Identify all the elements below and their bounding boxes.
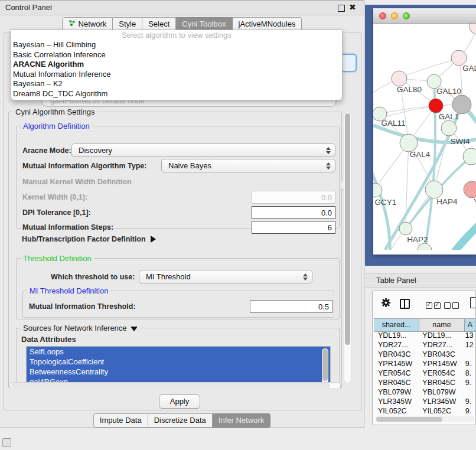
node[interactable] <box>452 95 471 114</box>
which-threshold-combo[interactable]: MI Threshold <box>139 270 312 283</box>
table-row[interactable]: YBL079WYBL079W <box>374 387 475 397</box>
group-title: Threshold Definition <box>21 254 94 263</box>
cell: YPR145W <box>418 359 461 369</box>
network-graph: GAL GAL80 GAL10 GAL1 GAL11 SWI4 GAL4 GCY… <box>373 24 476 250</box>
table-row[interactable]: YLR345WYLR345W9. <box>374 397 475 406</box>
combo-value: Naive Bayes <box>168 161 211 170</box>
new-table-icon[interactable] <box>470 297 476 308</box>
table-row[interactable]: YBR043CYBR043C <box>374 350 475 359</box>
minimize-traffic-light-icon[interactable] <box>391 12 398 19</box>
node-swi4[interactable] <box>441 120 457 136</box>
cell: YDL19... <box>418 331 461 340</box>
node-gal1-selected[interactable] <box>429 99 443 113</box>
expanded-arrow-icon <box>131 327 138 331</box>
mi-algorithm-type-combo[interactable]: Naive Bayes <box>161 159 335 172</box>
dropdown-item-selected[interactable]: ARACNE Algorithm <box>11 60 342 70</box>
combo-arrows-icon <box>326 162 331 169</box>
column-header-name[interactable]: name <box>419 319 465 331</box>
list-item[interactable]: SelfLoops <box>27 347 330 357</box>
table-row[interactable]: YER054CYER054C8. <box>374 369 475 378</box>
mi-threshold-field[interactable]: 0.5 <box>250 300 332 313</box>
dropdown-item[interactable]: Bayesian – K2 <box>11 79 342 89</box>
apply-button[interactable]: Apply <box>159 394 200 409</box>
cyni-algorithm-settings-group: Cyni Algorithm Settings Algorithm Defini… <box>8 112 342 388</box>
close-traffic-light-icon[interactable] <box>379 12 386 19</box>
dropdown-item[interactable]: Bayesian – Hill Climbing <box>11 40 342 50</box>
node[interactable] <box>470 24 476 34</box>
dropdown-placeholder: Select algorithm to view settings <box>11 30 342 40</box>
split-columns-icon[interactable] <box>400 299 410 309</box>
node-y[interactable] <box>464 181 476 198</box>
list-item[interactable]: BetweennessCentrality <box>27 367 330 377</box>
table-settings-gear-icon[interactable] <box>381 298 391 310</box>
table-row[interactable]: YPR145WYPR145W9. <box>374 359 475 369</box>
tab-discretize-data[interactable]: Discretize Data <box>148 413 213 428</box>
data-attributes-label: Data Attributes <box>21 335 76 344</box>
dropdown-item[interactable]: Mutual Information Inference <box>11 70 342 80</box>
kernel-width-label: Kernel Width (0,1): <box>22 193 87 201</box>
cell: YDL19... <box>374 331 418 340</box>
node-hap4[interactable] <box>425 181 443 198</box>
settings-horizontal-scrollbar[interactable] <box>9 382 341 389</box>
kernel-width-field[interactable]: 0.0 <box>252 191 335 204</box>
dpi-tolerance-field[interactable]: 0.0 <box>252 206 335 219</box>
network-icon <box>69 19 76 28</box>
network-window: GAL GAL80 GAL10 GAL1 GAL11 SWI4 GAL4 GCY… <box>373 8 476 255</box>
mi-steps-field[interactable]: 6 <box>252 221 335 234</box>
cell <box>462 387 475 397</box>
list-item[interactable]: TopologicalCoefficient <box>27 357 330 367</box>
table-horizontal-scrollbar[interactable] <box>375 416 474 422</box>
tab-impute-data[interactable]: Impute Data <box>93 413 148 428</box>
algorithm-combo-focus-ring[interactable] <box>340 54 357 72</box>
which-threshold-label: Which threshold to use: <box>51 273 135 281</box>
settings-vertical-scrollbar[interactable] <box>344 112 351 383</box>
dropdown-item[interactable]: Basic Correlation Inference <box>11 50 342 60</box>
scrollbar-thumb[interactable] <box>345 113 350 345</box>
table-panel-titlebar: Table Panel <box>365 273 476 288</box>
deselect-all-columns-icon[interactable] <box>444 301 459 311</box>
table-row[interactable]: YIL052CYIL052C9. <box>374 406 475 415</box>
node-gal4[interactable] <box>400 134 418 152</box>
scrollbar-thumb[interactable] <box>322 349 328 381</box>
column-header-shared-name[interactable]: shared... <box>374 319 419 331</box>
node-gal80[interactable] <box>392 71 407 86</box>
collapsed-panel-icon[interactable] <box>2 438 11 447</box>
tab-label: Style <box>119 19 136 28</box>
cell: 9. <box>462 406 475 415</box>
scrollbar-thumb[interactable] <box>11 383 330 388</box>
cell: YDR27... <box>374 340 418 350</box>
aracne-mode-combo[interactable]: Discovery <box>71 144 335 157</box>
scrollbar-thumb[interactable] <box>376 417 442 422</box>
tab-label: jActiveMNodules <box>239 19 296 28</box>
cell: 9. <box>462 397 475 406</box>
table-row[interactable]: YDL19...YDL19...13 <box>374 331 475 340</box>
application-root: Control Panel ✖ Network S <box>0 0 476 450</box>
network-view-frame: GAL GAL80 GAL10 GAL1 GAL11 SWI4 GAL4 GCY… <box>365 5 476 266</box>
network-window-titlebar <box>373 8 476 24</box>
node[interactable] <box>418 243 432 250</box>
dropdown-item[interactable]: Dream8 DC_TDC Algorithm <box>11 89 342 99</box>
tab-label: Impute Data <box>100 416 142 425</box>
list-scrollbar[interactable] <box>322 348 328 385</box>
column-header-partial[interactable]: A <box>465 319 475 331</box>
zoom-traffic-light-icon[interactable] <box>403 12 410 19</box>
sources-group: Sources for Network Inference Data Attri… <box>16 328 340 387</box>
node-label: Y <box>474 197 476 206</box>
cell: YBR043C <box>374 350 418 359</box>
group-title: Algorithm Definition <box>21 122 92 131</box>
hub-factor-section-toggle[interactable]: Hub/Transcription Factor Definition <box>22 233 156 244</box>
float-window-icon[interactable] <box>338 5 345 12</box>
sources-group-toggle[interactable]: Sources for Network Inference <box>21 324 140 332</box>
close-icon[interactable]: ✖ <box>349 2 356 12</box>
network-canvas[interactable]: GAL GAL80 GAL10 GAL1 GAL11 SWI4 GAL4 GCY… <box>373 24 476 250</box>
table-row[interactable]: YBR045CYBR045C9. <box>374 378 475 387</box>
node-hap2[interactable] <box>399 222 412 235</box>
cell: 12 <box>462 340 475 350</box>
tab-infer-network[interactable]: Infer Network <box>213 413 270 428</box>
select-all-columns-icon[interactable] <box>426 301 441 311</box>
table-row[interactable]: YDR27...YDR27...12 <box>374 340 475 350</box>
cell: YLR345W <box>374 397 418 406</box>
combo-value: Discovery <box>79 146 112 155</box>
cell: 8. <box>462 369 475 378</box>
node-label: GAL10 <box>436 87 461 96</box>
